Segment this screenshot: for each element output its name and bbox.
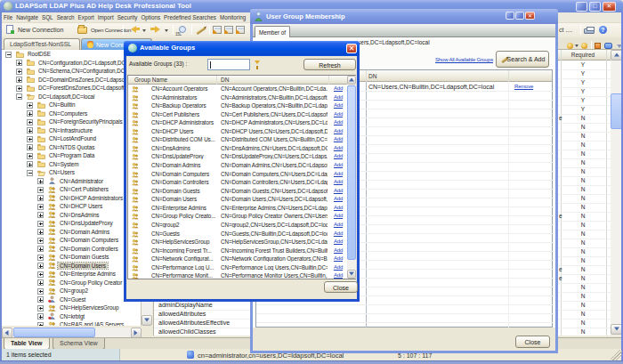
tree-item-cn-administrator[interactable]: CN=Administrator xyxy=(2,177,142,186)
search-and-add-button[interactable]: Search & Add xyxy=(496,51,549,68)
menu-sql[interactable]: SQL xyxy=(42,12,53,20)
add-link[interactable]: Add xyxy=(329,111,347,117)
ag-scrollbar[interactable] xyxy=(347,76,356,279)
tree-item-cn-domain-controllers[interactable]: CN=Domain Controllers xyxy=(2,245,142,254)
menu-security[interactable]: Security xyxy=(117,12,138,20)
tree-item-cn-domain-admins[interactable]: CN=Domain Admins xyxy=(2,228,142,237)
tree-expander-icon[interactable] xyxy=(37,322,44,327)
tree-expander-icon[interactable] xyxy=(27,170,33,176)
add-link[interactable]: Add xyxy=(329,153,347,158)
tree-expander-icon[interactable] xyxy=(37,313,44,320)
tree-item-cn-guest[interactable]: CN=Guest xyxy=(2,295,142,304)
export-window-icon-1[interactable] xyxy=(213,26,222,34)
tree-item-cn-domain-computers[interactable]: CN=Domain Computers xyxy=(2,236,142,245)
menu-options[interactable]: Options xyxy=(141,12,160,20)
tree-expander-icon[interactable] xyxy=(37,271,44,278)
scroll-thumb[interactable] xyxy=(611,93,621,129)
add-link[interactable]: Add xyxy=(329,85,347,91)
tree-item-cn-system[interactable]: CN=System xyxy=(2,160,142,169)
add-link[interactable]: Add xyxy=(329,213,347,218)
forward-icon[interactable] xyxy=(155,26,164,33)
tree-expander-icon[interactable] xyxy=(27,110,33,117)
add-link[interactable]: Add xyxy=(329,128,347,133)
add-link[interactable]: Add xyxy=(329,102,347,108)
tree-item-cn-group2[interactable]: CN=group2 xyxy=(2,287,142,295)
tree-expander-icon[interactable] xyxy=(16,69,22,75)
tree-item-cn-lostandfound[interactable]: CN=LostAndFound xyxy=(2,134,142,143)
tree-expander-icon[interactable] xyxy=(27,127,33,133)
tree-expander-icon[interactable] xyxy=(16,60,22,66)
help-icon[interactable]: ? xyxy=(599,26,607,34)
tree-item-cn-group-policy-creator-owners[interactable]: CN=Group Policy Creator Owners xyxy=(2,279,142,287)
add-link[interactable]: Add xyxy=(329,136,347,142)
tree-item-cn-schema-cn-configuration-dc-ldapsoft-d[interactable]: CN=Schema,CN=Configuration,DC=Ldapsoft,D… xyxy=(2,67,142,76)
add-link[interactable]: Add xyxy=(329,239,347,244)
tree-item-cn-domain-users[interactable]: CN=Domain Users xyxy=(2,262,142,271)
tree-item-dc-ldapsoft-dc-local[interactable]: DC=Ldapsoft,DC=local xyxy=(2,93,142,101)
menu-search[interactable]: Search xyxy=(57,12,75,20)
remove-link[interactable]: Remove xyxy=(514,84,533,89)
scroll-up-button[interactable] xyxy=(611,50,621,61)
tree-expander-icon[interactable] xyxy=(37,178,44,184)
tree-expander-icon[interactable] xyxy=(16,77,22,83)
tree-expander-icon[interactable] xyxy=(37,238,44,244)
tree-expander-icon[interactable] xyxy=(37,255,44,261)
add-link[interactable]: Add xyxy=(329,94,347,100)
menu-navigate[interactable]: Navigate xyxy=(16,12,38,20)
add-link[interactable]: Add xyxy=(329,162,347,167)
add-link[interactable]: Add xyxy=(329,247,347,253)
tree-item-cn-dnsupdateproxy[interactable]: CN=DnsUpdateProxy xyxy=(2,219,142,228)
ag-close-button[interactable]: ✕ xyxy=(346,44,357,53)
ugm-minimize-button[interactable] xyxy=(506,12,514,20)
tool-icon-d[interactable] xyxy=(604,43,612,49)
print-icon[interactable] xyxy=(584,28,595,34)
filter-input[interactable] xyxy=(207,59,250,70)
tree-item-cn-ntds-quotas[interactable]: CN=NTDS Quotas xyxy=(2,143,142,152)
tree-item-cn-foreignsecurityprincipals[interactable]: CN=ForeignSecurityPrincipals xyxy=(2,117,142,126)
menu-export[interactable]: Export xyxy=(78,12,94,20)
scroll-down-button[interactable] xyxy=(611,324,621,335)
tree-item-rootdse[interactable]: RootDSE xyxy=(2,50,142,59)
add-link[interactable]: Add xyxy=(329,205,347,210)
add-link[interactable]: Add xyxy=(329,171,347,176)
add-link[interactable]: Add xyxy=(329,119,347,125)
tree-item-cn-computers[interactable]: CN=Computers xyxy=(2,109,142,118)
forward-dropdown-icon[interactable] xyxy=(165,29,168,34)
tree-expander-icon[interactable] xyxy=(27,136,33,142)
tree-expander-icon[interactable] xyxy=(37,296,44,303)
tree-item-cn-enterprise-admins[interactable]: CN=Enterprise Admins xyxy=(2,270,142,279)
tree-item-cn-helpservicesgroup[interactable]: CN=HelpServicesGroup xyxy=(2,303,142,312)
tree-item-cn-dnsadmins[interactable]: CN=DnsAdmins xyxy=(2,211,142,220)
new-connection-button[interactable]: New Connection xyxy=(18,27,63,37)
tree-expander-icon[interactable] xyxy=(37,221,44,227)
tree-item-cn-program-data[interactable]: CN=Program Data xyxy=(2,151,142,160)
menu-monitoring[interactable]: Monitoring xyxy=(220,12,246,20)
tree-item-dc-forestdnszones-dc-ldapsoft-dc-local[interactable]: DC=ForestDnsZones,DC=Ldapsoft,DC=local xyxy=(2,84,142,93)
tree-expander-icon[interactable] xyxy=(16,85,22,92)
add-link[interactable]: Add xyxy=(329,145,347,150)
ugm-maximize-button[interactable] xyxy=(515,12,524,20)
tree-expander-icon[interactable] xyxy=(16,93,22,100)
tree-expander-icon[interactable] xyxy=(27,144,33,150)
filter-icon[interactable] xyxy=(255,61,260,67)
tree-item-cn-builtin[interactable]: CN=Builtin xyxy=(2,101,142,109)
tool-icon-a[interactable] xyxy=(567,43,573,49)
add-link[interactable]: Add xyxy=(329,264,347,270)
tree-expander-icon[interactable] xyxy=(37,195,44,201)
ugm-close-action-button[interactable]: Close xyxy=(515,336,550,348)
tree-item-dc-domaindnszones-dc-ldapsoft-dc-local[interactable]: DC=DomainDnsZones,DC=Ldapsoft,DC=local xyxy=(2,76,142,85)
tree-expander-icon[interactable] xyxy=(37,263,44,269)
tree-item-cn-ras-and-ias-servers[interactable]: CN=RAS and IAS Servers xyxy=(2,320,142,326)
tree-expander-icon[interactable] xyxy=(27,161,33,167)
tree-expander-icon[interactable] xyxy=(37,288,44,295)
tree-expander-icon[interactable] xyxy=(27,102,33,109)
open-connection-button[interactable]: Open Connection xyxy=(91,27,131,37)
tree-item-cn-cert-publishers[interactable]: CN=Cert Publishers xyxy=(2,185,142,194)
scroll-thumb[interactable] xyxy=(347,85,356,260)
scroll-down-button[interactable] xyxy=(142,315,152,326)
ugm-tab-member-of[interactable]: Member of xyxy=(255,26,290,37)
tree-expander-icon[interactable] xyxy=(37,212,44,218)
tree-item-cn-domain-guests[interactable]: CN=Domain Guests xyxy=(2,253,142,262)
scroll-thumb[interactable] xyxy=(13,328,95,337)
tree-horizontal-scrollbar[interactable] xyxy=(2,328,142,337)
